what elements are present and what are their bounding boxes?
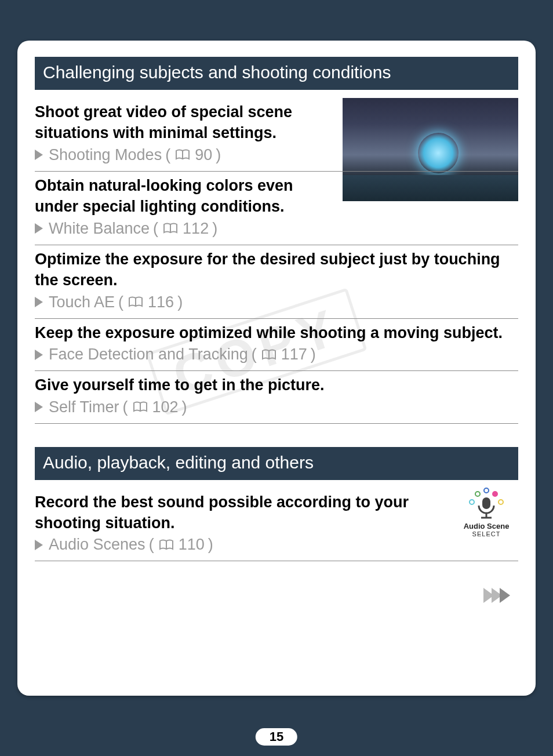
item-title: Obtain natural-looking colors even under… <box>35 175 330 217</box>
page-ref: 102 <box>152 398 179 416</box>
link-label: White Balance <box>49 220 150 238</box>
link-label: Audio Scenes <box>49 536 145 554</box>
close-paren: ) <box>212 220 217 238</box>
page-reference-link[interactable]: Self Timer ( 102) <box>35 398 518 416</box>
next-page-chevrons-icon[interactable] <box>486 588 510 603</box>
list-item: Optimize the exposure for the desired su… <box>35 245 518 319</box>
item-title: Record the best sound possible according… <box>35 492 441 534</box>
triangle-right-icon <box>35 350 43 360</box>
document-page: COPY Challenging subjects and shooting c… <box>17 41 536 696</box>
item-title: Optimize the exposure for the desired su… <box>35 249 518 291</box>
open-paren: ( <box>123 398 128 416</box>
item-block-0: Shoot great video of special scene situa… <box>35 98 518 245</box>
page-ref: 117 <box>281 346 307 364</box>
link-label: Shooting Modes <box>49 146 162 164</box>
book-icon <box>159 539 174 551</box>
triangle-right-icon <box>35 297 43 307</box>
close-paren: ) <box>177 293 183 311</box>
section-header-audio: Audio, playback, editing and others <box>35 447 518 480</box>
list-item: Give yourself time to get in the picture… <box>35 371 518 423</box>
open-paren: ( <box>252 346 257 364</box>
list-item: Shoot great video of special scene situa… <box>35 98 518 172</box>
page-ref: 116 <box>148 293 174 311</box>
page-ref: 90 <box>195 146 212 164</box>
close-paren: ) <box>208 536 213 554</box>
close-paren: ) <box>182 398 187 416</box>
item-title: Keep the exposure optimized while shooti… <box>35 322 518 343</box>
link-label: Touch AE <box>49 293 115 311</box>
page-number: 15 <box>256 728 297 746</box>
item-title: Shoot great video of special scene situa… <box>35 101 518 144</box>
open-paren: ( <box>118 293 123 311</box>
link-label: Face Detection and Tracking <box>49 346 248 364</box>
book-icon <box>261 349 276 361</box>
page-reference-link[interactable]: Shooting Modes ( 90) <box>35 146 334 164</box>
triangle-right-icon <box>35 223 43 234</box>
page-reference-link[interactable]: Audio Scenes ( 110) <box>35 536 449 554</box>
book-icon <box>163 223 178 234</box>
page-ref: 110 <box>179 536 205 554</box>
page-reference-link[interactable]: White Balance ( 112) <box>35 220 518 238</box>
close-paren: ) <box>216 146 221 164</box>
page-reference-link[interactable]: Touch AE ( 116) <box>35 293 518 311</box>
book-icon <box>128 296 143 308</box>
triangle-right-icon <box>35 540 43 550</box>
link-label: Self Timer <box>49 398 119 416</box>
open-paren: ( <box>153 220 158 238</box>
close-paren: ) <box>311 346 316 364</box>
item-title: Give yourself time to get in the picture… <box>35 375 518 395</box>
open-paren: ( <box>149 536 154 554</box>
section-header-challenging: Challenging subjects and shooting condit… <box>35 57 518 90</box>
list-item: Keep the exposure optimized while shooti… <box>35 319 518 371</box>
chevron-right-icon <box>500 588 510 603</box>
book-icon <box>175 149 190 161</box>
book-icon <box>133 401 148 413</box>
triangle-right-icon <box>35 402 43 412</box>
open-paren: ( <box>165 146 170 164</box>
list-item: Obtain natural-looking colors even under… <box>35 172 518 245</box>
page-reference-link[interactable]: Face Detection and Tracking ( 117) <box>35 346 518 364</box>
list-item: Record the best sound possible according… <box>35 488 518 562</box>
page-ref: 112 <box>183 220 209 238</box>
triangle-right-icon <box>35 150 43 160</box>
